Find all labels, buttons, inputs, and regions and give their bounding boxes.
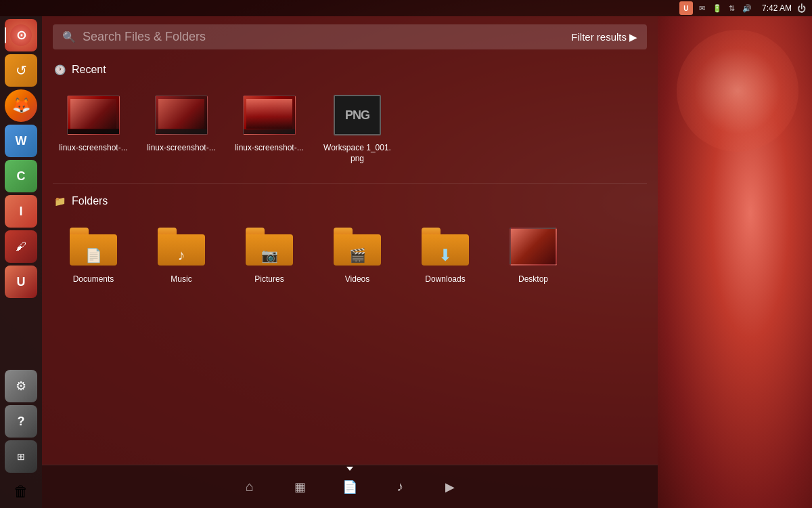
recent-item-screenshot2[interactable]: linux-screenshot-... xyxy=(141,86,222,169)
pictures-folder-overlay: 📷 xyxy=(246,245,293,266)
screenshot2-icon xyxy=(154,91,208,139)
desktop-area xyxy=(658,16,812,508)
screenshot1-label: linux-screenshot-... xyxy=(59,143,127,154)
recent-items-grid: linux-screenshot-... linux-screenshot-..… xyxy=(53,86,647,169)
music-folder-overlay: ♪ xyxy=(158,245,205,266)
recent-label: Recent xyxy=(72,64,106,76)
folders-items-grid: 📄 Documents ♪ Music xyxy=(53,217,647,291)
topbar-status-icons: U ✉ 🔋 ⇅ 🔊 7:42 AM ⏻ xyxy=(679,1,807,15)
desktop-icon xyxy=(506,223,560,270)
folder-videos[interactable]: 🎬 Videos xyxy=(317,217,398,291)
launcher-ubuntu-button[interactable]: ⊙ xyxy=(5,19,37,51)
nav-video[interactable]: ▶ xyxy=(435,472,465,502)
png-icon: PNG xyxy=(330,91,384,139)
search-icon: 🔍 xyxy=(62,30,76,43)
nav-music[interactable]: ♪ xyxy=(385,472,415,502)
launcher-firefox-button[interactable]: 🦊 xyxy=(5,89,37,122)
downloads-label: Downloads xyxy=(425,274,465,285)
desktop-glow xyxy=(677,30,798,152)
screenshot3-icon xyxy=(242,91,296,139)
documents-icon: 📄 xyxy=(66,223,120,270)
launcher-settings-button[interactable]: ⚙ xyxy=(5,370,37,402)
launcher-workspace-button[interactable]: ⊞ xyxy=(5,440,37,473)
launcher-uone-button[interactable]: U xyxy=(5,266,37,298)
launcher-writer-button[interactable]: W xyxy=(5,125,37,157)
files-icon: 📄 xyxy=(342,480,357,494)
music-nav-icon: ♪ xyxy=(397,479,403,494)
folder-music[interactable]: ♪ Music xyxy=(141,217,222,291)
folders-label: Folders xyxy=(72,195,108,207)
topbar: U ✉ 🔋 ⇅ 🔊 7:42 AM ⏻ xyxy=(0,0,812,16)
recent-icon: 🕐 xyxy=(53,63,66,77)
bottom-nav: ⌂ ▦ 📄 ♪ ▶ xyxy=(42,465,658,508)
launcher-impress-button[interactable]: I xyxy=(5,195,37,228)
launcher-gimp-button[interactable]: 🖌 xyxy=(5,230,37,263)
launcher-files-button[interactable]: ↺ xyxy=(5,54,37,87)
search-input[interactable] xyxy=(83,30,564,44)
dash-panel: 🔍 Filter results ▶ 🕐 Recent linux-scree xyxy=(42,16,658,508)
section-separator xyxy=(53,183,647,184)
videos-label: Videos xyxy=(345,274,369,285)
apps-icon: ▦ xyxy=(294,480,306,494)
network-icon: ⇅ xyxy=(727,3,738,14)
video-icon: ▶ xyxy=(445,480,455,494)
battery-icon: 🔋 xyxy=(712,3,723,14)
nav-home[interactable]: ⌂ xyxy=(235,472,265,502)
launcher-trash-button[interactable]: 🗑 xyxy=(5,475,37,508)
nav-files[interactable]: 📄 xyxy=(335,472,365,502)
screenshot2-label: linux-screenshot-... xyxy=(147,143,215,154)
documents-label: Documents xyxy=(73,274,114,285)
app-indicator-icon: U xyxy=(679,1,693,15)
email-icon[interactable]: ✉ xyxy=(697,3,708,14)
search-bar: 🔍 Filter results ▶ xyxy=(53,24,647,49)
videos-icon: 🎬 xyxy=(330,223,384,270)
pictures-icon: 📷 xyxy=(242,223,296,270)
recent-item-screenshot3[interactable]: linux-screenshot-... xyxy=(229,86,310,169)
videos-folder-overlay: 🎬 xyxy=(334,245,381,266)
volume-icon[interactable]: 🔊 xyxy=(742,3,752,14)
launcher-help-button[interactable]: ? xyxy=(5,405,37,438)
clock: 7:42 AM xyxy=(762,3,792,13)
launcher: ⊙ ↺ 🦊 W C I 🖌 U ⚙ ? ⊞ 🗑 xyxy=(0,16,42,508)
documents-folder-overlay: 📄 xyxy=(70,245,117,266)
music-icon: ♪ xyxy=(154,223,208,270)
launcher-calc-button[interactable]: C xyxy=(5,160,37,192)
recent-item-png[interactable]: PNG Workspace 1_001.png xyxy=(317,86,398,169)
downloads-folder-overlay: ⬇ xyxy=(422,245,469,266)
recent-section-header: 🕐 Recent xyxy=(53,63,647,77)
recent-item-screenshot1[interactable]: linux-screenshot-... xyxy=(53,86,134,169)
folders-icon: 📁 xyxy=(53,194,66,208)
downloads-icon: ⬇ xyxy=(418,223,472,270)
folder-desktop[interactable]: Desktop xyxy=(493,217,574,291)
dash-content: 🕐 Recent linux-screenshot-... xyxy=(42,58,658,465)
png-label: Workspace 1_001.png xyxy=(322,143,392,164)
folder-documents[interactable]: 📄 Documents xyxy=(53,217,134,291)
folder-downloads[interactable]: ⬇ Downloads xyxy=(405,217,486,291)
filter-results-button[interactable]: Filter results ▶ xyxy=(571,31,637,43)
nav-apps[interactable]: ▦ xyxy=(285,472,315,502)
home-icon: ⌂ xyxy=(246,479,254,494)
folder-pictures[interactable]: 📷 Pictures xyxy=(229,217,310,291)
power-icon[interactable]: ⏻ xyxy=(796,3,807,14)
screenshot1-icon xyxy=(66,91,120,139)
pictures-label: Pictures xyxy=(254,274,284,285)
desktop-label: Desktop xyxy=(518,274,548,285)
folders-section-header: 📁 Folders xyxy=(53,194,647,208)
screenshot3-label: linux-screenshot-... xyxy=(235,143,303,154)
music-label: Music xyxy=(171,274,191,285)
